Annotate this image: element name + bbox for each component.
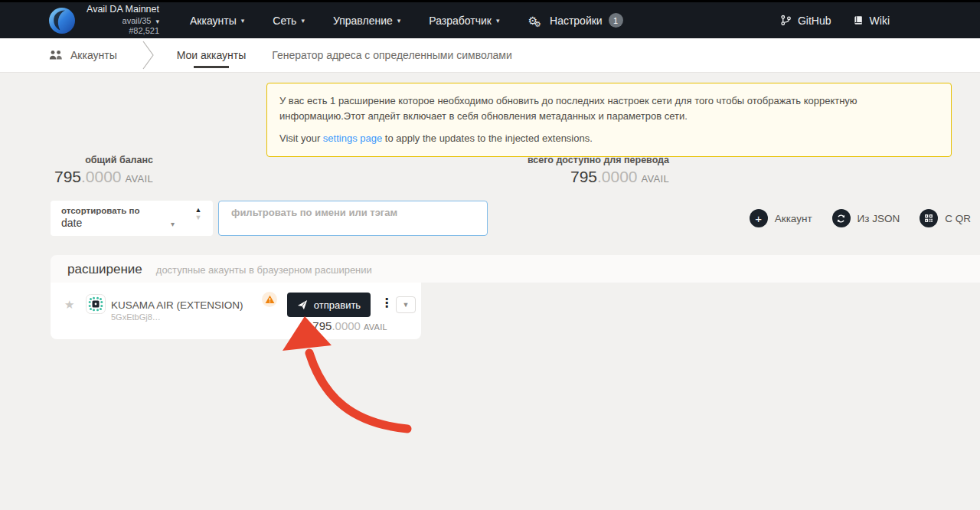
page: Avail DA Mainnet avail/35▾ #82,521 Аккау… xyxy=(0,0,980,510)
account-identicon[interactable] xyxy=(86,294,106,314)
chevron-down-icon: ▾ xyxy=(496,17,500,25)
account-address[interactable]: 5GxEtbGj8… xyxy=(111,312,161,322)
account-name[interactable]: KUSAMA AIR (EXTENSION) xyxy=(111,299,243,311)
tabs: Мои аккаунты Генератор адреса с определе… xyxy=(177,38,512,72)
settings-page-link[interactable]: settings page xyxy=(323,132,382,144)
expand-row-button[interactable]: ▼ xyxy=(396,296,416,313)
transferable-balance: всего доступно для перевода 795.0000AVAI… xyxy=(429,155,669,186)
sort-direction-toggle[interactable]: ▲ ▼ xyxy=(191,207,205,221)
total-balance-label: общий баланс xyxy=(51,155,153,165)
top-bar: Avail DA Mainnet avail/35▾ #82,521 Аккау… xyxy=(0,0,980,38)
chain-name: Avail DA Mainnet xyxy=(86,4,159,16)
transferable-balance-value: 795.0000AVAIL xyxy=(429,168,669,186)
add-via-qr-button[interactable]: С QR xyxy=(920,209,971,227)
section-accounts: Аккаунты xyxy=(49,49,117,61)
filter-input[interactable] xyxy=(218,201,488,236)
wiki-link[interactable]: Wiki xyxy=(853,15,890,27)
github-link[interactable]: GitHub xyxy=(780,15,831,27)
chain-spec: avail/35▾ xyxy=(86,16,159,27)
chevron-down-icon: ▾ xyxy=(155,18,159,25)
settings-badge: 1 xyxy=(609,13,623,28)
chevron-down-icon: ▾ xyxy=(171,220,175,228)
nav-developer[interactable]: Разработчик▾ xyxy=(429,15,499,27)
nav-settings[interactable]: ⚙⚙ Настройки 1 xyxy=(528,13,622,28)
sync-icon xyxy=(832,209,851,227)
caret-up-icon: ▲ xyxy=(191,207,205,214)
account-row: ★ KUSAMA AIR (EXTENSION) 5GxEtbGj8… xyxy=(51,283,421,339)
add-account-button[interactable]: + Аккаунт xyxy=(750,209,812,227)
update-banner: У вас есть 1 расширение которое необходи… xyxy=(266,83,952,157)
warning-icon[interactable] xyxy=(262,292,277,307)
tab-bar: Аккаунты Мои аккаунты Генератор адреса с… xyxy=(0,38,980,73)
chevron-down-icon: ▾ xyxy=(397,17,401,25)
nav-governance[interactable]: Управление▾ xyxy=(333,15,400,27)
section-title: расширение xyxy=(67,262,142,277)
favorite-star-icon[interactable]: ★ xyxy=(64,298,74,312)
chain-selector[interactable]: Avail DA Mainnet avail/35▾ #82,521 xyxy=(86,4,159,37)
transferable-balance-label: всего доступно для перевода xyxy=(429,155,669,165)
sort-label: отсортировать по xyxy=(61,206,202,215)
best-block-number: #82,521 xyxy=(86,26,159,37)
caret-down-icon: ▼ xyxy=(191,214,205,221)
brand: Avail DA Mainnet avail/35▾ #82,521 xyxy=(47,4,159,37)
nav-network[interactable]: Сеть▾ xyxy=(273,15,305,27)
users-icon xyxy=(49,50,63,60)
chevron-down-icon: ▼ xyxy=(403,301,410,309)
send-button[interactable]: отправить xyxy=(287,293,371,317)
breadcrumb-divider xyxy=(142,41,155,70)
section-subtitle: доступные акаунты в браузерном расширени… xyxy=(156,264,372,276)
main-nav: Аккаунты▾ Сеть▾ Управление▾ Разработчик▾… xyxy=(190,13,623,28)
total-balance-value: 795.0000AVAIL xyxy=(51,168,153,186)
more-options-icon[interactable]: ⋮ xyxy=(381,296,393,310)
sort-value: date xyxy=(61,217,202,229)
book-icon xyxy=(853,15,864,26)
paper-plane-icon xyxy=(297,299,308,310)
banner-text: У вас есть 1 расширение которое необходи… xyxy=(279,93,939,124)
tab-address-generator[interactable]: Генератор адреса с определенными символа… xyxy=(272,38,512,72)
qr-icon xyxy=(920,209,938,227)
git-branch-icon xyxy=(780,15,792,26)
tab-my-accounts[interactable]: Мои аккаунты xyxy=(177,38,247,72)
section-label: Аккаунты xyxy=(70,49,117,61)
row-balance: 795.0000AVAIL xyxy=(312,319,387,332)
nav-accounts[interactable]: Аккаунты▾ xyxy=(190,15,244,27)
banner-text2: Visit your settings page to apply the up… xyxy=(279,131,939,146)
avail-logo-icon[interactable] xyxy=(47,6,77,35)
chevron-down-icon: ▾ xyxy=(241,17,245,25)
chevron-down-icon: ▾ xyxy=(301,17,305,25)
gears-icon: ⚙⚙ xyxy=(528,15,544,27)
extension-section-header: расширение доступные акаунты в браузерно… xyxy=(51,255,980,283)
sort-dropdown[interactable]: отсортировать по date ▾ ▲ ▼ xyxy=(51,201,213,236)
plus-icon: + xyxy=(750,209,768,227)
total-balance: общий баланс 795.0000AVAIL xyxy=(51,155,153,186)
restore-json-button[interactable]: Из JSON xyxy=(832,209,900,227)
account-actions: + Аккаунт Из JSON xyxy=(750,201,971,236)
external-links: GitHub Wiki xyxy=(780,15,980,27)
